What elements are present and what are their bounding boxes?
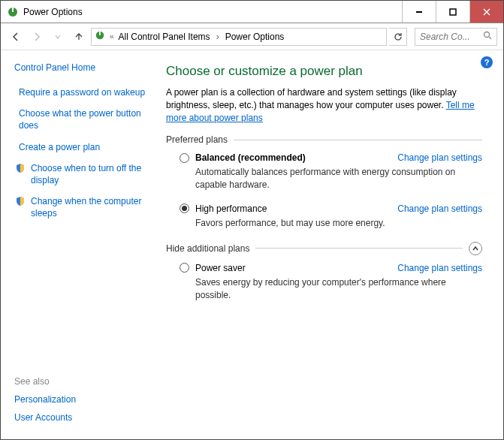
control-panel-home-link[interactable]: Control Panel Home [14, 62, 151, 73]
power-options-icon [7, 6, 19, 18]
page-title: Choose or customize a power plan [166, 64, 482, 79]
plan-name[interactable]: High performance [195, 203, 397, 214]
sidebar-link[interactable]: Require a password on wakeup [19, 86, 145, 98]
plan-high-performance: High performance Change plan settings Fa… [180, 203, 482, 230]
chevron-left-icon: « [108, 32, 116, 41]
breadcrumb-item[interactable]: All Control Panel Items [119, 32, 210, 42]
sidebar: Control Panel Home Require a password on… [1, 50, 158, 439]
plan-name[interactable]: Power saver [195, 263, 397, 273]
plan-description: Automatically balances performance with … [195, 166, 482, 191]
refresh-button[interactable] [389, 28, 407, 46]
page-description: A power plan is a collection of hardware… [166, 86, 482, 124]
section-label: Hide additional plans [166, 243, 249, 254]
navbar: « All Control Panel Items Power Options [1, 23, 503, 50]
change-plan-settings-link[interactable]: Change plan settings [397, 263, 482, 273]
power-options-window: Power Options « All Control Panel Items … [0, 0, 504, 440]
content-area: ? Control Panel Home Require a password … [1, 50, 503, 439]
divider [255, 248, 463, 249]
see-also-user-accounts[interactable]: User Accounts [14, 412, 151, 423]
recent-dropdown[interactable] [49, 28, 67, 46]
radio-balanced[interactable] [180, 153, 189, 163]
change-plan-settings-link[interactable]: Change plan settings [397, 203, 482, 214]
see-also-personalization[interactable]: Personalization [14, 394, 151, 405]
radio-high-performance[interactable] [180, 203, 189, 213]
breadcrumb-item[interactable]: Power Options [225, 32, 285, 42]
titlebar: Power Options [1, 1, 503, 23]
see-also-section: See also Personalization User Accounts [14, 376, 151, 430]
sidebar-link[interactable]: Choose what the power button does [19, 107, 151, 131]
divider [234, 140, 482, 140]
plan-description: Favors performance, but may use more ene… [195, 217, 482, 230]
main-panel: Choose or customize a power plan A power… [158, 50, 503, 439]
chevron-up-icon[interactable] [469, 242, 482, 255]
help-icon[interactable]: ? [481, 56, 493, 68]
breadcrumb[interactable]: « All Control Panel Items Power Options [91, 28, 387, 46]
sidebar-link[interactable]: Create a power plan [19, 141, 100, 153]
close-button[interactable] [469, 1, 503, 23]
plan-power-saver: Power saver Change plan settings Saves e… [180, 263, 482, 302]
forward-button[interactable] [28, 28, 46, 46]
sidebar-item-require-password[interactable]: Require a password on wakeup [14, 86, 151, 98]
plan-balanced: Balanced (recommended) Change plan setti… [180, 152, 482, 191]
sidebar-link[interactable]: Change when the computer sleeps [31, 195, 151, 219]
svg-point-8 [484, 32, 490, 38]
minimize-button[interactable] [402, 1, 436, 23]
search-icon [483, 31, 492, 42]
description-text: A power plan is a collection of hardware… [166, 87, 457, 110]
up-button[interactable] [70, 28, 88, 46]
hide-additional-plans-heading[interactable]: Hide additional plans [166, 242, 482, 255]
svg-line-9 [489, 37, 491, 39]
sidebar-task-list: Require a password on wakeup Choose what… [14, 86, 151, 220]
sidebar-link[interactable]: Choose when to turn off the display [31, 162, 151, 186]
sidebar-item-create-plan[interactable]: Create a power plan [14, 141, 151, 153]
back-button[interactable] [7, 28, 25, 46]
sidebar-item-power-button[interactable]: Choose what the power button does [14, 107, 151, 131]
plan-description: Saves energy by reducing your computer's… [195, 276, 482, 302]
sidebar-item-computer-sleeps[interactable]: Change when the computer sleeps [14, 195, 151, 219]
svg-rect-1 [12, 8, 14, 12]
search-input[interactable] [420, 32, 483, 42]
radio-power-saver[interactable] [180, 263, 189, 273]
shield-icon [14, 195, 26, 207]
maximize-button[interactable] [436, 1, 469, 23]
preferred-plans-heading: Preferred plans [166, 134, 482, 145]
svg-rect-7 [99, 32, 101, 35]
chevron-right-icon [213, 32, 222, 42]
search-box[interactable] [415, 28, 497, 46]
shield-icon [14, 162, 26, 174]
plan-name[interactable]: Balanced (recommended) [195, 152, 397, 163]
see-also-heading: See also [14, 376, 151, 387]
window-title: Power Options [23, 7, 402, 17]
section-label: Preferred plans [166, 134, 228, 145]
window-controls [402, 1, 503, 23]
sidebar-item-turn-off-display[interactable]: Choose when to turn off the display [14, 162, 151, 186]
change-plan-settings-link[interactable]: Change plan settings [397, 152, 482, 163]
power-options-icon [95, 30, 105, 43]
svg-rect-3 [450, 9, 456, 15]
